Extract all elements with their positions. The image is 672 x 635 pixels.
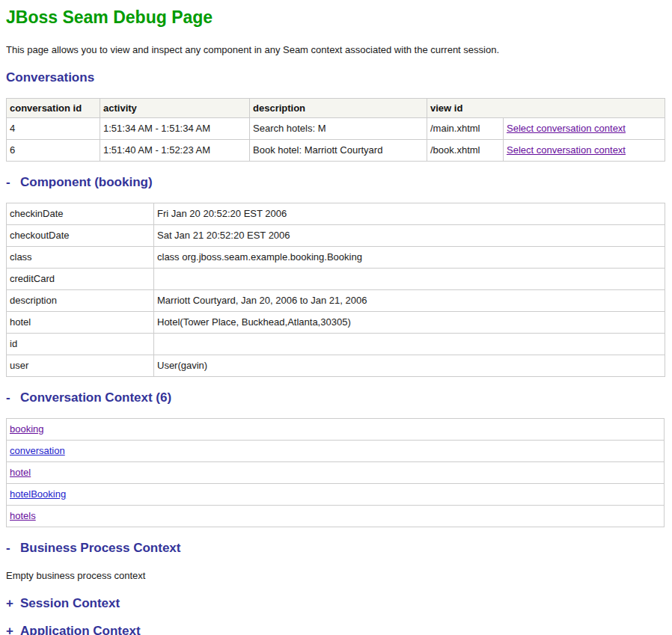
property-name: hotel: [7, 311, 154, 333]
conversation-context-section-heading[interactable]: - Conversation Context (6): [6, 390, 672, 405]
context-entry-row: hotelBooking: [7, 483, 665, 505]
property-row: creditCard: [7, 268, 665, 289]
context-entry-cell: hotels: [7, 505, 665, 527]
context-entry-row: booking: [7, 418, 665, 440]
conversation-action-cell: Select conversation context: [504, 139, 665, 161]
expand-toggle-icon: +: [6, 596, 13, 610]
context-entry-row: hotels: [7, 505, 665, 527]
property-row: hotel Hotel(Tower Place, Buckhead,Atlant…: [7, 311, 665, 333]
conversation-description-cell: Search hotels: M: [250, 117, 427, 139]
property-value: [154, 268, 665, 289]
column-header-conversation-id: conversation id: [7, 98, 100, 117]
conversations-header-row: conversation id activity description vie…: [7, 98, 665, 117]
property-name: id: [7, 333, 154, 355]
conversations-heading: Conversations: [6, 70, 672, 85]
property-value: class org.jboss.seam.example.booking.Boo…: [154, 246, 665, 268]
column-header-activity: activity: [100, 98, 250, 117]
conversation-view-id-cell: /book.xhtml: [427, 139, 504, 161]
property-name: creditCard: [7, 268, 154, 289]
business-process-empty-message: Empty business process context: [6, 570, 672, 581]
application-context-heading-label: Application Context: [20, 624, 141, 635]
conversation-view-id-cell: /main.xhtml: [427, 117, 504, 139]
component-properties-table: checkinDate Fri Jan 20 20:52:20 EST 2006…: [6, 203, 665, 377]
select-conversation-context-link[interactable]: Select conversation context: [507, 123, 626, 134]
context-entry-row: conversation: [7, 440, 665, 461]
collapse-toggle-icon: -: [6, 541, 13, 555]
conversation-id-cell: 6: [7, 139, 100, 161]
conversation-activity-cell: 1:51:40 AM - 1:52:23 AM: [100, 139, 250, 161]
property-row: description Marriott Courtyard, Jan 20, …: [7, 289, 665, 311]
property-name: description: [7, 289, 154, 311]
property-row: checkinDate Fri Jan 20 20:52:20 EST 2006: [7, 203, 665, 224]
conversation-context-heading-label: Conversation Context (6): [20, 390, 171, 405]
property-row: id: [7, 333, 665, 355]
session-context-section-heading[interactable]: + Session Context: [6, 596, 672, 610]
collapse-toggle-icon: -: [6, 175, 13, 189]
conversation-activity-cell: 1:51:34 AM - 1:51:34 AM: [100, 117, 250, 139]
conversation-context-table: booking conversation hotel hotelBooking …: [6, 418, 665, 527]
component-section-heading[interactable]: - Component (booking): [6, 175, 672, 189]
context-entry-link[interactable]: conversation: [10, 445, 65, 456]
conversation-row: 4 1:51:34 AM - 1:51:34 AM Search hotels:…: [7, 117, 665, 139]
context-entry-row: hotel: [7, 461, 665, 483]
application-context-section-heading[interactable]: + Application Context: [6, 624, 672, 635]
property-value: Marriott Courtyard, Jan 20, 2006 to Jan …: [154, 289, 665, 311]
select-conversation-context-link[interactable]: Select conversation context: [507, 144, 626, 156]
context-entry-cell: hotel: [7, 461, 665, 483]
conversation-action-cell: Select conversation context: [504, 117, 665, 139]
conversation-description-cell: Book hotel: Marriott Courtyard: [250, 139, 427, 161]
business-process-context-section-heading[interactable]: - Business Process Context: [6, 541, 672, 555]
business-process-context-heading-label: Business Process Context: [20, 541, 180, 555]
property-value: Sat Jan 21 20:52:20 EST 2006: [154, 224, 665, 246]
session-context-heading-label: Session Context: [20, 596, 120, 610]
column-header-description: description: [250, 98, 427, 117]
property-row: class class org.jboss.seam.example.booki…: [7, 246, 665, 268]
property-name: checkinDate: [7, 203, 154, 224]
page-title: JBoss Seam Debug Page: [6, 7, 672, 28]
component-heading-label: Component (booking): [20, 175, 153, 189]
property-name: class: [7, 246, 154, 268]
property-row: checkoutDate Sat Jan 21 20:52:20 EST 200…: [7, 224, 665, 246]
context-entry-cell: hotelBooking: [7, 483, 665, 505]
context-entry-link[interactable]: booking: [10, 423, 44, 435]
property-value: Hotel(Tower Place, Buckhead,Atlanta,3030…: [154, 311, 665, 333]
page-description: This page allows you to view and inspect…: [6, 44, 672, 55]
context-entry-link[interactable]: hotel: [10, 467, 31, 478]
property-value: [154, 333, 665, 355]
context-entry-cell: conversation: [7, 440, 665, 461]
conversation-id-cell: 4: [7, 117, 100, 139]
context-entry-link[interactable]: hotels: [10, 510, 36, 521]
conversations-table: conversation id activity description vie…: [6, 98, 665, 162]
property-value: User(gavin): [154, 355, 665, 376]
property-value: Fri Jan 20 20:52:20 EST 2006: [154, 203, 665, 224]
conversation-row: 6 1:51:40 AM - 1:52:23 AM Book hotel: Ma…: [7, 139, 665, 161]
column-header-view-id: view id: [427, 98, 665, 117]
property-name: checkoutDate: [7, 224, 154, 246]
context-entry-link[interactable]: hotelBooking: [10, 488, 66, 500]
context-entry-cell: booking: [7, 418, 665, 440]
expand-toggle-icon: +: [6, 624, 13, 635]
property-name: user: [7, 355, 154, 376]
property-row: user User(gavin): [7, 355, 665, 376]
collapse-toggle-icon: -: [6, 390, 13, 405]
